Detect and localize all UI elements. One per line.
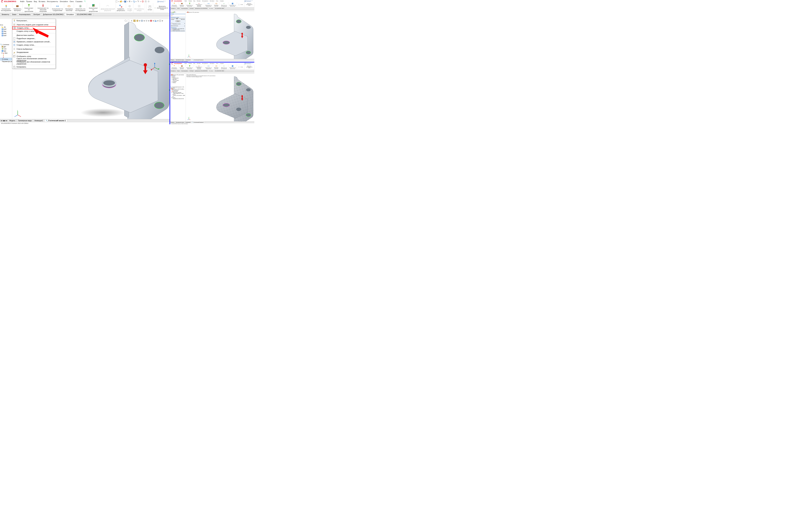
- rb-include-image[interactable]: Включить изображение в отчет: [153, 3, 170, 13]
- tree-item[interactable]: ▾ Вне: [0, 52, 12, 54]
- tree-item[interactable]: Дет: [0, 46, 12, 48]
- ctx-advisor[interactable]: Консультант...: [12, 19, 56, 22]
- menu-view[interactable]: Вид: [34, 0, 37, 2]
- ctx-mesh-control[interactable]: Применить элемент управления сеткой...: [12, 40, 56, 43]
- rebuild-icon[interactable]: [142, 0, 144, 3]
- ctx-show-mesh[interactable]: Отобразить сетку: [12, 55, 56, 58]
- pm-tab-3-icon[interactable]: 🧩: [173, 12, 174, 13]
- rb-loads-advisor[interactable]: Консультант по внешним нагрузкам: [35, 3, 51, 13]
- pm-tab-1-icon[interactable]: 🗂: [171, 12, 172, 13]
- ctx-copy[interactable]: Копировать: [12, 65, 56, 69]
- save-icon[interactable]: [124, 0, 126, 3]
- ctx-hide-all-controls[interactable]: Скрыть все обозначения элементов управле…: [12, 58, 56, 61]
- save-no-mesh-check[interactable]: [171, 29, 172, 30]
- btab-anim[interactable]: Анимация1: [33, 120, 44, 122]
- zoom-fit-icon[interactable]: [125, 19, 127, 22]
- btab-3dviews[interactable]: Трехмерные виды: [17, 120, 33, 122]
- menu-search-icon[interactable]: [84, 0, 86, 3]
- tree-part-root[interactable]: ▾ 🧱 Деталь1 (По умолчанию) <<По умол: [171, 74, 185, 76]
- tree-item[interactable]: Фаc: [0, 30, 12, 32]
- breadcrumb[interactable]: ▸ 🧱 Деталь1 (По умолчани...: [186, 12, 200, 13]
- tree-item[interactable]: 📐 Ис: [0, 26, 12, 28]
- menu-window[interactable]: Окно: [70, 0, 74, 2]
- ctx-selected-list[interactable]: Список выбранных: [12, 47, 56, 51]
- rb-compare-results[interactable]: Сравнить результаты: [116, 3, 126, 13]
- tree-item[interactable]: Боб: [0, 28, 12, 30]
- tree-item[interactable]: Боб: [0, 32, 12, 34]
- select-icon[interactable]: [137, 0, 140, 3]
- btab-model[interactable]: Модель: [8, 120, 17, 122]
- menu-edit[interactable]: Правка: [26, 0, 32, 2]
- ctx-simplify[interactable]: Упростить модель для создания сетки: [12, 23, 56, 26]
- tab-mbd[interactable]: SOLIDWORKS MBD: [75, 13, 93, 16]
- menu-file[interactable]: Файл: [20, 0, 25, 2]
- btab-static[interactable]: 🔧 Статический анализ 1: [44, 120, 67, 122]
- svg-rect-87: [13, 44, 15, 46]
- apply-scene-icon[interactable]: [154, 19, 157, 22]
- rb-results-advisor[interactable]: Консультант по результатам: [87, 3, 100, 13]
- rb-study-advisor[interactable]: Консультант исследования: [0, 3, 12, 13]
- run-after-check[interactable]: [171, 30, 172, 31]
- ctx-probe[interactable]: Зондирование: [12, 51, 56, 54]
- tree-results-options[interactable]: Параметры результатов: [0, 60, 12, 62]
- pm-tab-5-icon[interactable]: 🔧: [175, 12, 176, 13]
- settings-icon[interactable]: [147, 0, 150, 3]
- open-icon[interactable]: [120, 0, 122, 3]
- tree-item[interactable]: Кре: [0, 50, 12, 52]
- pm-tab-4-icon[interactable]: 🖼: [174, 12, 175, 13]
- tree-item[interactable]: Сoe: [0, 48, 12, 50]
- mesh-density-slider[interactable]: [171, 18, 185, 19]
- options-icon[interactable]: [145, 0, 147, 3]
- btab-nav-prev-icon[interactable]: ◀: [3, 120, 4, 122]
- print-icon[interactable]: [129, 0, 131, 3]
- rb-report[interactable]: Отчет: [147, 3, 153, 13]
- tab-dimxpert[interactable]: DimXpert: [32, 13, 42, 16]
- simulation-tree[interactable]: ▾ 🧱 Деталь1 (По умолчанию) <<По умол ▸ H…: [170, 74, 186, 121]
- tree-item[interactable]: [0, 56, 12, 58]
- tree-part-root[interactable]: ▾ Ct: [0, 24, 12, 26]
- rb-run-study[interactable]: Запустить это исследование: [74, 3, 87, 13]
- graphics-area-meshed[interactable]: Имя модели:Деталь1Название исследования:…: [186, 74, 254, 121]
- menu-help[interactable]: Справка: [75, 0, 82, 2]
- mesh-property-manager[interactable]: 🗂⚙🧩🖼🔧 Сетка ✔ ✖ Плотность сетки ГрубоеВы…: [170, 11, 186, 59]
- tree-item[interactable]: Боб: [0, 34, 12, 36]
- view-settings-icon[interactable]: [159, 19, 161, 22]
- prev-view-icon[interactable]: [130, 19, 133, 22]
- ctx-show-all-controls[interactable]: Отобразить все обозначения элементов упр…: [12, 61, 56, 64]
- hide-show-icon[interactable]: [145, 19, 148, 22]
- tree-study[interactable]: 🔧 Статичес: [0, 44, 12, 46]
- graphics-area-small[interactable]: ▸ 🧱 Деталь1 (По умолчани...: [186, 11, 254, 59]
- rb-apply-material[interactable]: Применить материал: [12, 3, 23, 13]
- pm-tab-2-icon[interactable]: ⚙: [172, 12, 173, 13]
- section-view-icon[interactable]: [133, 19, 136, 22]
- pm-cancel-icon[interactable]: ✖: [172, 15, 172, 16]
- svg-point-7: [142, 1, 144, 2]
- menu-simulation[interactable]: Simulation: [60, 0, 68, 2]
- feature-tree[interactable]: ▾ Ct 📐 Ис Боб Фаc Боб Боб 🔧 Статичес Дет…: [0, 19, 12, 119]
- btab-nav-last-icon[interactable]: ⏭: [6, 120, 8, 122]
- reset-button[interactable]: Сброс: [176, 20, 180, 22]
- tree-item[interactable]: [0, 54, 12, 56]
- tab-simulation[interactable]: Simulation: [65, 13, 75, 16]
- tab-addins[interactable]: Добавления SOLIDWORKS: [41, 13, 65, 16]
- rb-fixtures-advisor[interactable]: Консультант по креплениям: [23, 3, 35, 13]
- tab-sketch[interactable]: Эскиз: [11, 13, 18, 16]
- rb-shell-manager[interactable]: Менеджер оболочки: [64, 3, 74, 13]
- edit-appearance-icon[interactable]: [150, 19, 152, 22]
- zoom-area-icon[interactable]: [127, 19, 130, 22]
- new-icon[interactable]: [115, 0, 118, 3]
- menu-insert[interactable]: Вставка: [39, 0, 45, 2]
- btab-nav-first-icon[interactable]: ⏮: [1, 120, 2, 122]
- tree-mesh[interactable]: Сетка: [0, 58, 12, 60]
- pm-params-toggle[interactable]: [171, 23, 172, 24]
- rb-connections-advisor[interactable]: Консультант по соединениям: [51, 3, 64, 13]
- ctx-mesh-plot[interactable]: Создать эпюру сетки...: [12, 43, 56, 47]
- display-style-icon[interactable]: [141, 19, 143, 22]
- menu-tools[interactable]: Инструменты: [47, 0, 58, 2]
- tab-evaluate[interactable]: Анализировать: [18, 13, 32, 16]
- view-orient-icon[interactable]: [136, 19, 139, 22]
- pm-ok-icon[interactable]: ✔: [171, 15, 171, 16]
- btab-nav-next-icon[interactable]: ▶: [4, 120, 5, 122]
- undo-icon[interactable]: [133, 0, 135, 3]
- tab-features[interactable]: Элементы: [0, 13, 11, 16]
